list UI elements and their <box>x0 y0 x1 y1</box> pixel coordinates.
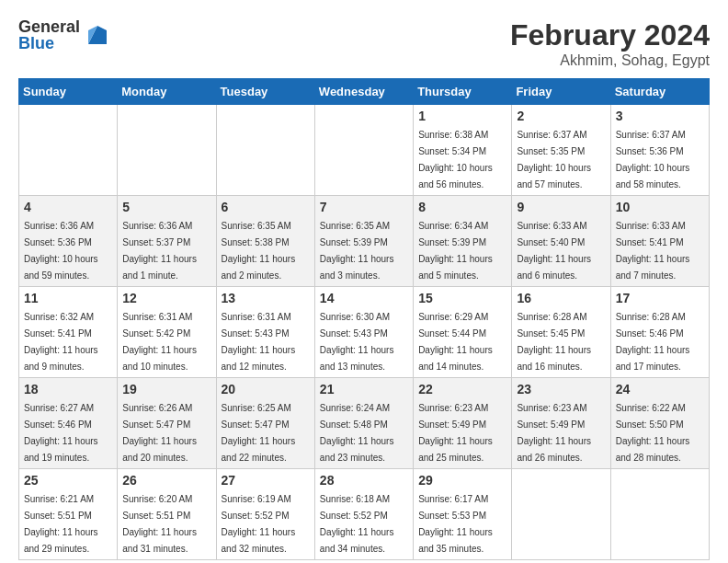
month-year: February 2024 <box>510 18 710 52</box>
day-info: Sunrise: 6:35 AM Sunset: 5:38 PM Dayligh… <box>222 221 296 281</box>
calendar-cell: 21Sunrise: 6:24 AM Sunset: 5:48 PM Dayli… <box>314 378 413 469</box>
day-of-week-header: Tuesday <box>216 79 314 105</box>
calendar-week-row: 1Sunrise: 6:38 AM Sunset: 5:34 PM Daylig… <box>19 105 710 196</box>
calendar-cell: 29Sunrise: 6:17 AM Sunset: 5:53 PM Dayli… <box>414 469 512 560</box>
day-number: 21 <box>320 382 408 396</box>
day-of-week-header: Monday <box>118 79 216 105</box>
calendar-cell: 13Sunrise: 6:31 AM Sunset: 5:43 PM Dayli… <box>216 287 314 378</box>
day-number: 19 <box>122 382 210 396</box>
day-number: 24 <box>616 382 704 396</box>
day-number: 22 <box>418 382 506 396</box>
calendar-week-row: 25Sunrise: 6:21 AM Sunset: 5:51 PM Dayli… <box>19 469 710 560</box>
day-number: 27 <box>222 473 310 488</box>
calendar-cell: 17Sunrise: 6:28 AM Sunset: 5:46 PM Dayli… <box>610 287 709 378</box>
day-number: 29 <box>418 473 506 488</box>
calendar-cell: 16Sunrise: 6:28 AM Sunset: 5:45 PM Dayli… <box>512 287 610 378</box>
calendar-cell: 26Sunrise: 6:20 AM Sunset: 5:51 PM Dayli… <box>118 469 216 560</box>
calendar-cell <box>512 469 610 560</box>
day-number: 11 <box>24 291 112 305</box>
day-info: Sunrise: 6:30 AM Sunset: 5:43 PM Dayligh… <box>320 312 394 372</box>
calendar-cell: 3Sunrise: 6:37 AM Sunset: 5:36 PM Daylig… <box>610 105 709 196</box>
day-info: Sunrise: 6:25 AM Sunset: 5:47 PM Dayligh… <box>222 403 296 463</box>
day-info: Sunrise: 6:27 AM Sunset: 5:46 PM Dayligh… <box>24 403 98 463</box>
day-number: 1 <box>418 109 506 123</box>
day-info: Sunrise: 6:22 AM Sunset: 5:50 PM Dayligh… <box>616 403 690 463</box>
day-number: 14 <box>320 291 408 305</box>
calendar-cell: 8Sunrise: 6:34 AM Sunset: 5:39 PM Daylig… <box>414 196 512 287</box>
day-info: Sunrise: 6:36 AM Sunset: 5:36 PM Dayligh… <box>24 221 98 281</box>
day-info: Sunrise: 6:29 AM Sunset: 5:44 PM Dayligh… <box>418 312 493 372</box>
calendar-cell: 28Sunrise: 6:18 AM Sunset: 5:52 PM Dayli… <box>314 469 413 560</box>
calendar-cell: 6Sunrise: 6:35 AM Sunset: 5:38 PM Daylig… <box>216 196 314 287</box>
day-number: 9 <box>517 200 605 214</box>
day-info: Sunrise: 6:37 AM Sunset: 5:35 PM Dayligh… <box>517 130 591 190</box>
day-of-week-header: Sunday <box>19 79 118 105</box>
calendar-header-row: SundayMondayTuesdayWednesdayThursdayFrid… <box>19 79 710 105</box>
calendar-cell: 15Sunrise: 6:29 AM Sunset: 5:44 PM Dayli… <box>414 287 512 378</box>
day-number: 3 <box>616 109 704 123</box>
day-number: 10 <box>616 200 704 214</box>
day-number: 23 <box>517 382 605 396</box>
day-info: Sunrise: 6:31 AM Sunset: 5:42 PM Dayligh… <box>122 312 197 372</box>
day-number: 16 <box>517 291 605 305</box>
calendar-table: SundayMondayTuesdayWednesdayThursdayFrid… <box>18 78 710 560</box>
logo-icon <box>84 21 111 49</box>
day-info: Sunrise: 6:33 AM Sunset: 5:40 PM Dayligh… <box>517 221 591 281</box>
day-info: Sunrise: 6:20 AM Sunset: 5:51 PM Dayligh… <box>122 494 197 554</box>
day-info: Sunrise: 6:36 AM Sunset: 5:37 PM Dayligh… <box>122 221 197 281</box>
calendar-cell: 12Sunrise: 6:31 AM Sunset: 5:42 PM Dayli… <box>118 287 216 378</box>
day-number: 28 <box>320 473 408 488</box>
calendar-week-row: 4Sunrise: 6:36 AM Sunset: 5:36 PM Daylig… <box>19 196 710 287</box>
calendar-cell: 22Sunrise: 6:23 AM Sunset: 5:49 PM Dayli… <box>414 378 512 469</box>
day-number: 26 <box>122 473 210 488</box>
day-info: Sunrise: 6:38 AM Sunset: 5:34 PM Dayligh… <box>418 130 493 190</box>
calendar-cell: 5Sunrise: 6:36 AM Sunset: 5:37 PM Daylig… <box>118 196 216 287</box>
calendar-cell <box>216 105 314 196</box>
day-info: Sunrise: 6:28 AM Sunset: 5:46 PM Dayligh… <box>616 312 690 372</box>
day-info: Sunrise: 6:24 AM Sunset: 5:48 PM Dayligh… <box>320 403 394 463</box>
calendar-cell: 27Sunrise: 6:19 AM Sunset: 5:52 PM Dayli… <box>216 469 314 560</box>
page-header: General Blue February 2024 Akhmim, Sohag… <box>18 18 710 69</box>
calendar-cell: 9Sunrise: 6:33 AM Sunset: 5:40 PM Daylig… <box>512 196 610 287</box>
day-info: Sunrise: 6:37 AM Sunset: 5:36 PM Dayligh… <box>616 130 690 190</box>
day-number: 15 <box>418 291 506 305</box>
day-info: Sunrise: 6:28 AM Sunset: 5:45 PM Dayligh… <box>517 312 591 372</box>
day-number: 18 <box>24 382 112 396</box>
calendar-cell: 2Sunrise: 6:37 AM Sunset: 5:35 PM Daylig… <box>512 105 610 196</box>
calendar-cell: 10Sunrise: 6:33 AM Sunset: 5:41 PM Dayli… <box>610 196 709 287</box>
calendar-cell: 1Sunrise: 6:38 AM Sunset: 5:34 PM Daylig… <box>414 105 512 196</box>
logo-text: General Blue <box>18 18 80 52</box>
calendar-cell: 4Sunrise: 6:36 AM Sunset: 5:36 PM Daylig… <box>19 196 118 287</box>
day-info: Sunrise: 6:17 AM Sunset: 5:53 PM Dayligh… <box>418 494 493 554</box>
calendar-cell: 20Sunrise: 6:25 AM Sunset: 5:47 PM Dayli… <box>216 378 314 469</box>
day-info: Sunrise: 6:18 AM Sunset: 5:52 PM Dayligh… <box>320 494 394 554</box>
logo-general: General <box>18 18 80 35</box>
calendar-cell <box>314 105 413 196</box>
day-info: Sunrise: 6:19 AM Sunset: 5:52 PM Dayligh… <box>222 494 296 554</box>
day-number: 8 <box>418 200 506 214</box>
day-of-week-header: Thursday <box>414 79 512 105</box>
day-number: 4 <box>24 200 112 214</box>
day-of-week-header: Friday <box>512 79 610 105</box>
calendar-cell: 7Sunrise: 6:35 AM Sunset: 5:39 PM Daylig… <box>314 196 413 287</box>
day-info: Sunrise: 6:21 AM Sunset: 5:51 PM Dayligh… <box>24 494 98 554</box>
calendar-cell: 24Sunrise: 6:22 AM Sunset: 5:50 PM Dayli… <box>610 378 709 469</box>
day-number: 12 <box>122 291 210 305</box>
day-info: Sunrise: 6:32 AM Sunset: 5:41 PM Dayligh… <box>24 312 98 372</box>
calendar-cell <box>19 105 118 196</box>
calendar-cell: 25Sunrise: 6:21 AM Sunset: 5:51 PM Dayli… <box>19 469 118 560</box>
calendar-week-row: 18Sunrise: 6:27 AM Sunset: 5:46 PM Dayli… <box>19 378 710 469</box>
day-number: 17 <box>616 291 704 305</box>
calendar-cell: 23Sunrise: 6:23 AM Sunset: 5:49 PM Dayli… <box>512 378 610 469</box>
calendar-cell: 18Sunrise: 6:27 AM Sunset: 5:46 PM Dayli… <box>19 378 118 469</box>
day-info: Sunrise: 6:31 AM Sunset: 5:43 PM Dayligh… <box>222 312 296 372</box>
day-number: 6 <box>222 200 310 214</box>
calendar-week-row: 11Sunrise: 6:32 AM Sunset: 5:41 PM Dayli… <box>19 287 710 378</box>
day-info: Sunrise: 6:35 AM Sunset: 5:39 PM Dayligh… <box>320 221 394 281</box>
day-number: 20 <box>222 382 310 396</box>
day-number: 2 <box>517 109 605 123</box>
title-block: February 2024 Akhmim, Sohag, Egypt <box>510 18 710 69</box>
day-of-week-header: Wednesday <box>314 79 413 105</box>
calendar-cell <box>610 469 709 560</box>
logo-blue: Blue <box>18 35 80 52</box>
